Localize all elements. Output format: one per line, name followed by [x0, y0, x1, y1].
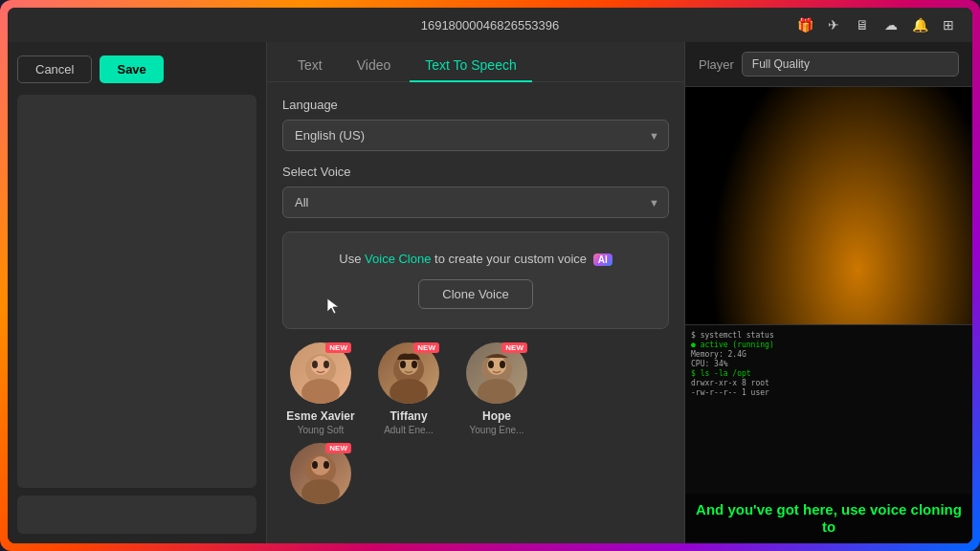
voice-clone-box: Use Voice Clone to create your custom vo…: [282, 231, 669, 329]
title-bar-icons: 🎁 ✈ 🖥 ☁ 🔔 ⊞: [796, 16, 957, 33]
action-bar: Cancel Save: [17, 52, 256, 87]
sidebar-bottom-bar: [17, 496, 256, 534]
select-voice-label: Select Voice: [282, 165, 669, 179]
voice-select[interactable]: All Male Female: [282, 187, 669, 218]
esme-new-badge: NEW: [325, 342, 351, 353]
cancel-button[interactable]: Cancel: [17, 55, 92, 83]
voice-cards: NEW Esme Xavier Young Soft: [282, 342, 669, 443]
voice-card-esme[interactable]: NEW Esme Xavier Young Soft: [282, 342, 359, 435]
terminal-line-7: -rw-r--r-- 1 user: [691, 388, 967, 397]
gift-icon[interactable]: 🎁: [796, 16, 813, 33]
cloud-icon[interactable]: ☁: [882, 16, 900, 33]
svg-point-19: [323, 461, 329, 469]
ai-badge: AI: [593, 253, 612, 266]
tab-video[interactable]: Video: [342, 50, 407, 82]
outer-bg: 16918000046826553396 🎁 ✈ 🖥 ☁ 🔔 ⊞ Cancel …: [0, 0, 980, 551]
fourth-new-badge: NEW: [325, 443, 351, 453]
tabs-row: Text Video Text To Speech: [267, 42, 684, 82]
voice-card-fourth[interactable]: NEW: [282, 443, 359, 510]
terminal-line-5: $ ls -la /opt: [691, 369, 967, 378]
fourth-avatar-wrapper: NEW: [290, 443, 351, 504]
tts-content: Language English (US) Spanish French Ger…: [267, 82, 684, 543]
grid-icon[interactable]: ⊞: [940, 16, 957, 33]
language-select-wrapper: English (US) Spanish French German ▼: [282, 120, 669, 151]
sidebar-content-placeholder: [17, 95, 256, 488]
center-panel: Text Video Text To Speech Language: [266, 42, 685, 543]
voice-cards-row2: NEW: [282, 443, 669, 518]
voice-clone-text: Use Voice Clone to create your custom vo…: [302, 252, 649, 266]
language-label: Language: [282, 98, 669, 112]
svg-point-9: [412, 361, 417, 368]
title-bar: 16918000046826553396 🎁 ✈ 🖥 ☁ 🔔 ⊞: [8, 8, 972, 42]
svg-point-3: [312, 361, 318, 368]
svg-point-1: [301, 379, 340, 404]
player-header: Player Full Quality High Quality Medium …: [685, 42, 972, 87]
voice-clone-link[interactable]: Voice Clone: [365, 252, 434, 266]
tiffany-avatar-wrapper: NEW: [378, 342, 439, 404]
window-title: 16918000046826553396: [421, 18, 560, 33]
left-sidebar: Cancel Save: [8, 42, 266, 543]
hope-desc: Young Ene...: [470, 425, 524, 435]
bell-icon[interactable]: 🔔: [911, 16, 928, 33]
preview-area: $ systemctl status ● active (running) Me…: [685, 87, 972, 543]
esme-avatar-wrapper: NEW: [290, 342, 351, 404]
clone-voice-button[interactable]: Clone Voice: [418, 279, 532, 309]
right-panel: Player Full Quality High Quality Medium …: [685, 42, 972, 543]
svg-point-4: [323, 361, 329, 368]
subtitle-bar: And you've got here, use voice cloning t…: [685, 494, 972, 543]
hope-new-badge: NEW: [501, 342, 527, 353]
voice-select-wrapper: All Male Female ▼: [282, 187, 669, 218]
tiffany-name: Tiffany: [390, 409, 427, 423]
svg-point-11: [478, 379, 516, 404]
tiffany-desc: Adult Ene...: [384, 425, 434, 435]
voice-card-tiffany[interactable]: NEW Tiffany Adult Ene...: [370, 342, 447, 435]
language-select[interactable]: English (US) Spanish French German: [282, 120, 669, 151]
tiffany-new-badge: NEW: [413, 342, 439, 353]
esme-desc: Young Soft: [298, 425, 345, 435]
hope-name: Hope: [482, 409, 511, 423]
terminal-line-6: drwxr-xr-x 8 root: [691, 379, 967, 387]
subtitle-text: And you've got here, use voice cloning t…: [696, 501, 962, 535]
svg-point-8: [400, 361, 406, 368]
display-icon[interactable]: 🖥: [854, 16, 871, 33]
save-button[interactable]: Save: [100, 55, 163, 83]
terminal-line-4: CPU: 34%: [691, 360, 967, 368]
svg-point-18: [312, 461, 318, 469]
terminal-line-3: Memory: 2.4G: [691, 350, 967, 359]
voice-card-hope[interactable]: NEW Hope Young Ene...: [458, 342, 535, 435]
main-area: Cancel Save Text Video Text To: [8, 42, 972, 543]
tab-tts[interactable]: Text To Speech: [410, 50, 531, 82]
esme-name: Esme Xavier: [286, 409, 354, 423]
svg-point-6: [390, 379, 428, 404]
terminal-line-2: ● active (running): [691, 341, 967, 349]
player-label: Player: [699, 57, 734, 72]
svg-point-14: [500, 361, 505, 368]
app-window: 16918000046826553396 🎁 ✈ 🖥 ☁ 🔔 ⊞ Cancel …: [8, 8, 972, 543]
tab-text[interactable]: Text: [282, 50, 338, 82]
svg-point-16: [301, 479, 340, 504]
send-icon[interactable]: ✈: [825, 16, 842, 33]
hope-avatar-wrapper: NEW: [466, 342, 527, 404]
terminal-line-1: $ systemctl status: [691, 331, 967, 340]
quality-select-wrapper: Full Quality High Quality Medium Quality: [742, 52, 959, 77]
quality-select[interactable]: Full Quality High Quality Medium Quality: [742, 52, 959, 77]
svg-point-13: [488, 361, 494, 368]
